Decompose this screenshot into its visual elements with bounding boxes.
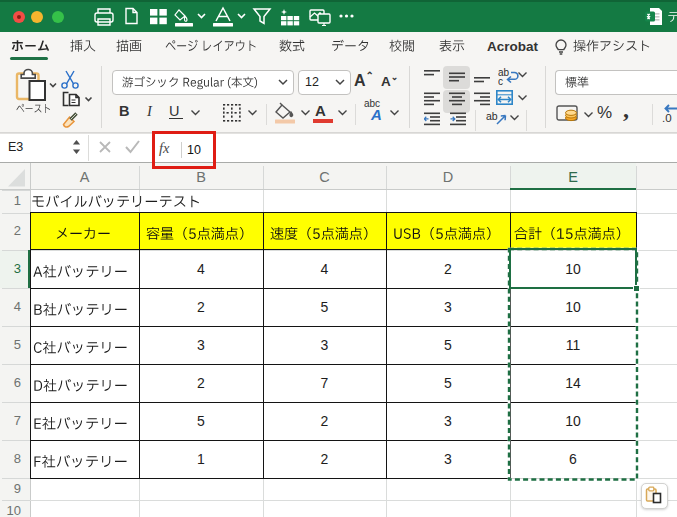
svg-text:c: c xyxy=(498,76,503,86)
svg-text:.0: .0 xyxy=(662,112,672,124)
svg-text:ab: ab xyxy=(486,110,498,122)
